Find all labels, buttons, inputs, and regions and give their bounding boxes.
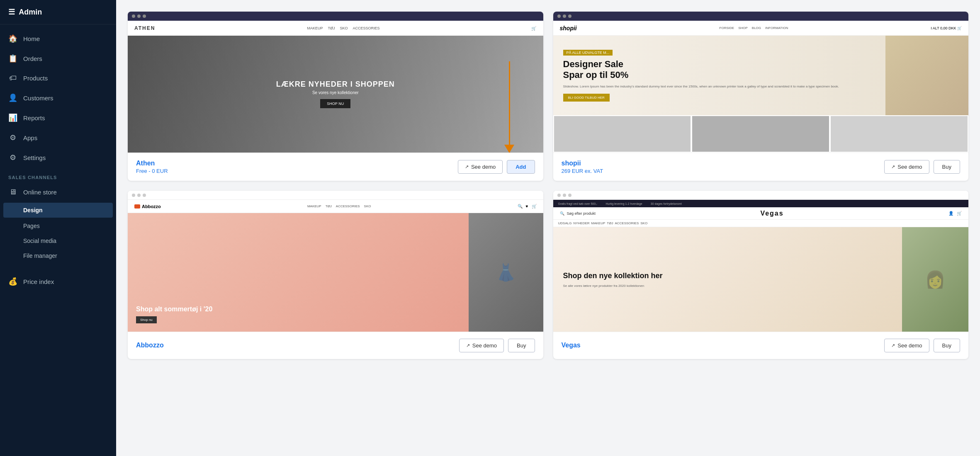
shopii-see-demo-button[interactable]: ↗ See demo <box>884 160 929 174</box>
sidebar-sub-item-label: File manager <box>23 252 57 259</box>
sidebar-item-file-manager[interactable]: File manager <box>0 248 116 263</box>
theme-preview-abbozzo: Abbozzo MAKEUP TØJ ACCESSORIES SKO 🔍 ♥ 🛒 <box>128 191 543 332</box>
athen-see-demo-button[interactable]: ↗ See demo <box>458 160 503 174</box>
main-content: ATHEN MAKEUP TØJ SKO ACCESSORIES 🛒 LÆKRE… <box>116 0 980 456</box>
sidebar-item-settings[interactable]: ⚙ Settings <box>0 148 116 167</box>
vegas-search-icon: 🔍 <box>560 211 564 216</box>
shopii-thumbnails <box>553 115 969 153</box>
theme-price-shopii: 269 EUR ex. VAT <box>562 168 603 174</box>
vegas-subnav: UDSALG NYHEDER MAKEUP TØJ ACCESSORIES SK… <box>553 220 969 227</box>
vegas-hero: Shop den nye kollektion her Se alle vore… <box>553 227 969 332</box>
theme-card-vegas: Gratis fragt ved køb over 500,- Hurtig l… <box>553 191 969 359</box>
abbozzo-nav: Abbozzo MAKEUP TØJ ACCESSORIES SKO 🔍 ♥ 🛒 <box>128 200 543 213</box>
abbozzo-mockup: Abbozzo MAKEUP TØJ ACCESSORIES SKO 🔍 ♥ 🛒 <box>128 191 543 332</box>
vegas-buy-button[interactable]: Buy <box>934 339 960 352</box>
theme-info-athen: Athen Free - 0 EUR ↗ See demo Add <box>128 153 543 181</box>
shopii-brand: shopii <box>560 25 577 32</box>
athen-arrow-down <box>509 61 510 153</box>
theme-details-shopii: shopii 269 EUR ex. VAT <box>562 160 603 174</box>
sidebar-item-label: Price index <box>23 278 54 285</box>
abbozzo-see-demo-button[interactable]: ↗ See demo <box>459 339 504 352</box>
sidebar-item-price-index[interactable]: 💰 Price index <box>0 272 116 291</box>
sidebar-item-products[interactable]: 🏷 Products <box>0 68 116 88</box>
sidebar-item-orders[interactable]: 📋 Orders <box>0 49 116 68</box>
shopii-hero-title: Designer SaleSpar op til 50% <box>563 59 876 81</box>
vegas-topbar: Gratis fragt ved køb over 500,- Hurtig l… <box>553 200 969 207</box>
vegas-search: 🔍 Søg efter produkt <box>560 211 596 216</box>
shopii-cart: I ALT 0,00 DKK 🛒 <box>931 26 962 30</box>
shopii-nav-links: FORSIDE SHOP BLOG INFORMATION <box>720 26 788 30</box>
shopii-thumb-3 <box>831 116 968 152</box>
vegas-brand: Vegas <box>760 210 783 217</box>
apps-icon: ⚙ <box>8 133 17 142</box>
abbozzo-figure: 👗 <box>469 213 543 332</box>
sidebar-navigation: 🏠 Home 📋 Orders 🏷 Products 👤 Customers 📊… <box>0 24 116 296</box>
athen-browser-bar <box>128 12 543 21</box>
abbozzo-buy-button[interactable]: Buy <box>508 339 535 352</box>
athen-add-button[interactable]: Add <box>507 160 535 174</box>
shopii-mockup: shopii FORSIDE SHOP BLOG INFORMATION I A… <box>553 12 969 153</box>
wishlist-icon: ♥ <box>526 204 528 209</box>
shopii-buy-button[interactable]: Buy <box>934 160 960 174</box>
abbozzo-nav-links: MAKEUP TØJ ACCESSORIES SKO <box>307 204 371 208</box>
theme-details-abbozzo: Abbozzo <box>136 342 164 350</box>
abbozzo-shop-now-button[interactable]: Shop nu <box>136 316 157 323</box>
shopii-cta-button[interactable]: BLI GOOD TILBUD HER <box>563 94 610 102</box>
vegas-hero-left: Shop den nye kollektion her Se alle vore… <box>553 227 902 332</box>
sidebar-item-label: Customers <box>23 95 53 102</box>
abbozzo-logo-mark <box>134 204 140 209</box>
abbozzo-hero-left: Shop alt sommertøj i '20 Shop nu <box>128 213 469 332</box>
athen-nav: ATHEN MAKEUP TØJ SKO ACCESSORIES 🛒 <box>128 21 543 36</box>
vegas-browser-bar <box>553 191 969 200</box>
sidebar-item-label: Reports <box>23 114 45 121</box>
theme-actions-shopii: ↗ See demo Buy <box>884 160 960 174</box>
theme-actions-athen: ↗ See demo Add <box>458 160 535 174</box>
sidebar-item-home[interactable]: 🏠 Home <box>0 29 116 49</box>
theme-info-vegas: Vegas ↗ See demo Buy <box>553 332 969 359</box>
abbozzo-hero-text-block: Shop alt sommertøj i '20 Shop nu <box>136 306 212 323</box>
shopii-hero-subtitle: Slideshow. Lorem Ipsum has been the indu… <box>563 84 876 89</box>
products-icon: 🏷 <box>8 74 17 82</box>
abbozzo-brand: Abbozzo <box>134 204 161 209</box>
price-index-icon: 💰 <box>8 277 17 286</box>
shopii-hero-text: PÅ ALLE UDVALGTE M... Designer SaleSpar … <box>553 36 886 115</box>
sidebar-sub-item-label: Pages <box>23 223 40 229</box>
theme-card-abbozzo: Abbozzo MAKEUP TØJ ACCESSORIES SKO 🔍 ♥ 🛒 <box>128 191 543 359</box>
vegas-see-demo-button[interactable]: ↗ See demo <box>884 339 929 352</box>
shopii-browser-bar <box>553 12 969 21</box>
customers-icon: 👤 <box>8 93 17 102</box>
shopii-thumb-1 <box>554 116 691 152</box>
shopii-nav: shopii FORSIDE SHOP BLOG INFORMATION I A… <box>553 21 969 36</box>
shopii-hero: PÅ ALLE UDVALGTE M... Designer SaleSpar … <box>553 36 969 115</box>
theme-name-shopii: shopii <box>562 160 603 167</box>
sidebar-item-label: Online store <box>23 189 57 196</box>
shopii-tag: PÅ ALLE UDVALGTE M... <box>563 50 613 56</box>
vegas-cart-icon: 🛒 <box>957 211 962 216</box>
theme-actions-vegas: ↗ See demo Buy <box>884 339 960 352</box>
athen-shop-now-button[interactable]: SHOP NU <box>320 99 350 108</box>
theme-name-athen: Athen <box>136 160 168 167</box>
sidebar-item-design[interactable]: Design <box>3 203 113 218</box>
theme-preview-vegas: Gratis fragt ved køb over 500,- Hurtig l… <box>553 191 969 332</box>
sidebar-item-social-media[interactable]: Social media <box>0 233 116 248</box>
athen-hero-subtitle: Se vores nye kollektioner <box>312 90 359 95</box>
cart-icon: 🛒 <box>532 204 537 209</box>
sidebar-item-pages[interactable]: Pages <box>0 218 116 233</box>
sales-channels-section-label: SALES CHANNELS <box>0 167 116 182</box>
vegas-user-icon: 👤 <box>948 211 953 216</box>
vegas-nav-icons: 👤 🛒 <box>948 211 962 216</box>
athen-brand: ATHEN <box>134 25 155 31</box>
athen-arrow-overlay <box>509 52 510 153</box>
theme-preview-shopii: shopii FORSIDE SHOP BLOG INFORMATION I A… <box>553 12 969 153</box>
sidebar-item-apps[interactable]: ⚙ Apps <box>0 128 116 148</box>
sidebar-item-reports[interactable]: 📊 Reports <box>0 108 116 128</box>
theme-actions-abbozzo: ↗ See demo Buy <box>459 339 535 352</box>
sidebar-item-online-store[interactable]: 🖥 Online store <box>0 182 116 202</box>
external-link-icon: ↗ <box>465 164 469 170</box>
shopii-thumb-2 <box>692 116 829 152</box>
athen-cart-icon: 🛒 <box>531 26 536 31</box>
theme-name-vegas: Vegas <box>562 342 581 349</box>
sidebar-sub-item-label: Design <box>23 207 43 213</box>
sidebar-item-customers[interactable]: 👤 Customers <box>0 88 116 108</box>
vegas-hero-subtitle: Se alle vores lækre nye produkter fra 20… <box>563 284 892 288</box>
